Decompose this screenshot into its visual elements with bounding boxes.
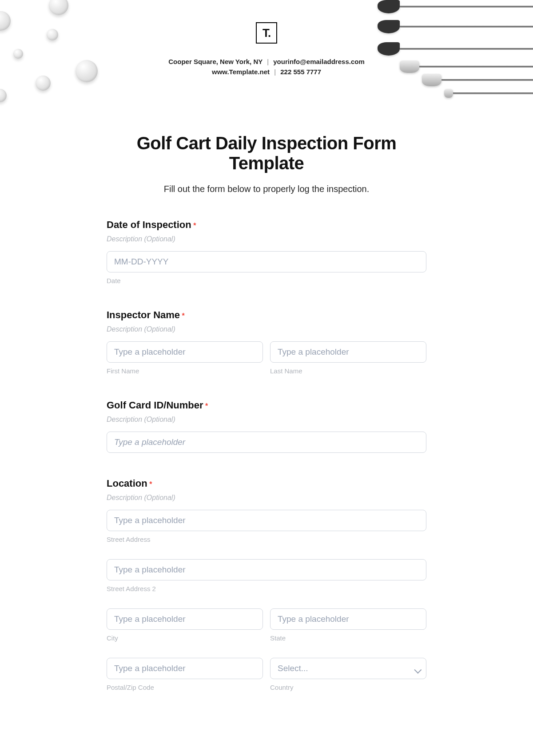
inspector-description: Description (Optional) (107, 325, 426, 333)
decorative-golf-clubs (378, 0, 533, 107)
date-sublabel: Date (107, 277, 426, 284)
zip-input[interactable] (107, 658, 263, 679)
last-name-input[interactable] (270, 341, 426, 363)
email-text: yourinfo@emailaddress.com (273, 58, 365, 65)
street-address-sublabel: Street Address (107, 536, 426, 543)
city-input[interactable] (107, 608, 263, 630)
street-address-input[interactable] (107, 510, 426, 531)
street-address-2-sublabel: Street Address 2 (107, 585, 426, 592)
date-label: Date of Inspection (107, 219, 191, 230)
logo: T. (256, 22, 277, 44)
date-description: Description (Optional) (107, 235, 426, 243)
page-subtitle: Fill out the form below to properly log … (107, 184, 426, 194)
first-name-sublabel: First Name (107, 367, 263, 375)
address-text: Cooper Square, New York, NY (168, 58, 263, 65)
document-header: T. Cooper Square, New York, NY | yourinf… (0, 0, 533, 107)
location-label: Location (107, 478, 147, 489)
state-input[interactable] (270, 608, 426, 630)
location-description: Description (Optional) (107, 494, 426, 502)
street-address-2-input[interactable] (107, 559, 426, 580)
required-star: * (205, 402, 208, 410)
first-name-input[interactable] (107, 341, 263, 363)
state-sublabel: State (270, 634, 426, 642)
section-cart-id: Golf Card ID/Number * Description (Optio… (107, 400, 426, 453)
form-content: Golf Cart Daily Inspection Form Template… (107, 133, 426, 709)
last-name-sublabel: Last Name (270, 367, 426, 375)
logo-text: T. (263, 26, 270, 40)
decorative-golf-balls (0, 0, 133, 107)
required-star: * (149, 480, 152, 488)
phone-text: 222 555 7777 (280, 68, 321, 76)
city-sublabel: City (107, 634, 263, 642)
country-select-value: Select... (278, 664, 308, 673)
cart-id-input[interactable] (107, 432, 426, 453)
zip-sublabel: Postal/Zip Code (107, 684, 263, 691)
required-star: * (182, 312, 185, 320)
section-location: Location * Description (Optional) Street… (107, 478, 426, 691)
website-text: www.Template.net (212, 68, 270, 76)
page-title: Golf Cart Daily Inspection Form Template (107, 133, 426, 173)
section-date: Date of Inspection * Description (Option… (107, 219, 426, 284)
required-star: * (193, 222, 196, 229)
inspector-label: Inspector Name (107, 309, 180, 320)
cart-id-description: Description (Optional) (107, 416, 426, 424)
country-select[interactable]: Select... (270, 658, 426, 679)
cart-id-label: Golf Card ID/Number (107, 400, 203, 411)
country-sublabel: Country (270, 684, 426, 691)
section-inspector: Inspector Name * Description (Optional) … (107, 309, 426, 375)
date-input[interactable] (107, 251, 426, 272)
